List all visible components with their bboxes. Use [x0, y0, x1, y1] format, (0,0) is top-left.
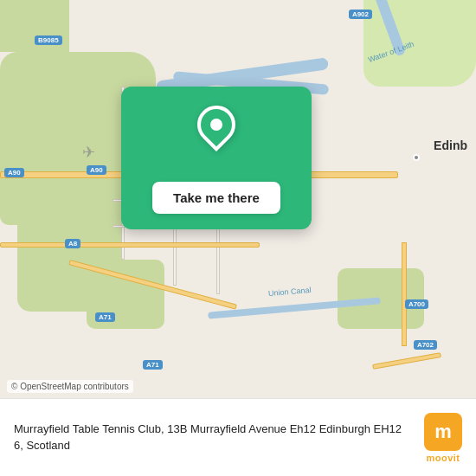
a71-badge-1: A71: [95, 312, 115, 322]
a8-badge: A8: [65, 239, 80, 248]
location-pin: [197, 106, 235, 144]
road-badge-a71-1: A71: [95, 307, 115, 323]
city-label: Edinb: [434, 138, 467, 152]
road-badge-a902: A902: [349, 4, 372, 20]
road-badge-a90-1: A90: [4, 163, 24, 178]
take-me-there-button[interactable]: Take me there: [152, 182, 280, 214]
pin-outer: [190, 98, 243, 151]
road-badge-a90-2: A90: [87, 160, 106, 176]
road-badge-a8: A8: [65, 234, 80, 249]
airplane-icon: ✈: [82, 143, 95, 162]
moovit-text: moovit: [426, 453, 460, 463]
address-text: Murrayfield Table Tennis Club, 13B Murra…: [14, 421, 424, 453]
moovit-logo[interactable]: m moovit: [424, 413, 462, 463]
a71-badge-2: A71: [143, 360, 163, 370]
road-a8: [0, 242, 260, 248]
road-badge-a71-2: A71: [143, 355, 163, 370]
road-badge-b9085: B9085: [35, 30, 62, 46]
a902-badge: A902: [349, 10, 372, 19]
b9085-badge: B9085: [35, 35, 62, 45]
a702-badge: A702: [414, 340, 437, 350]
road-badge-a700: A700: [405, 294, 428, 310]
road-badge-a702: A702: [414, 335, 437, 351]
cta-card: Take me there: [121, 87, 312, 229]
a90-badge-2: A90: [87, 165, 106, 175]
map-container: Water of Leith Water of Leith Union Cana…: [0, 0, 476, 398]
city-dot: [413, 154, 420, 161]
moovit-icon: m: [424, 413, 462, 451]
pin-inner: [210, 119, 222, 131]
osm-attribution: © OpenStreetMap contributors: [7, 380, 133, 393]
a700-badge: A700: [405, 299, 428, 309]
a90-badge-1: A90: [4, 168, 24, 177]
bottom-bar: Murrayfield Table Tennis Club, 13B Murra…: [0, 398, 476, 476]
